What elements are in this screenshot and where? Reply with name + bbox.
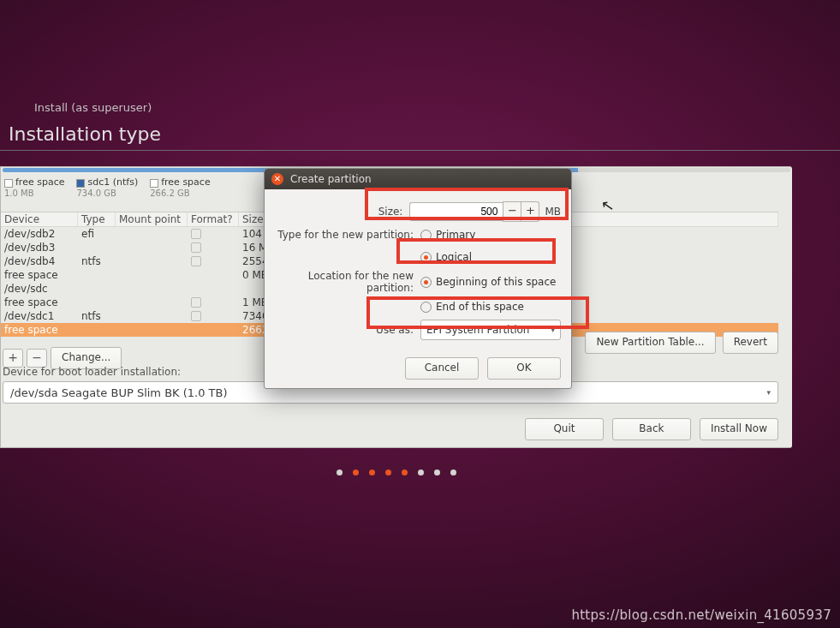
- size-input[interactable]: [409, 202, 503, 221]
- boot-loader-label: Device for boot loader installation:: [3, 366, 181, 378]
- revert-button[interactable]: Revert: [723, 332, 778, 354]
- partition-location-label: Location for the new partition:: [275, 270, 420, 294]
- disk-legend-item: sdc1 (ntfs)734.0 GB: [73, 176, 146, 199]
- add-partition-button[interactable]: +: [3, 349, 23, 368]
- column-header[interactable]: Mount point: [116, 212, 188, 226]
- column-header[interactable]: Type: [78, 212, 116, 226]
- window-title: Install (as superuser): [0, 98, 160, 117]
- dialog-titlebar[interactable]: ✕ Create partition: [265, 169, 571, 189]
- progress-dot: [353, 470, 359, 475]
- progress-dot: [337, 470, 343, 475]
- cancel-button[interactable]: Cancel: [405, 357, 479, 380]
- column-header[interactable]: Format?: [188, 212, 239, 226]
- boot-loader-value: /dev/sda Seagate BUP Slim BK (1.0 TB): [10, 386, 228, 399]
- use-as-select[interactable]: EFI System Partition ▾: [420, 320, 561, 340]
- size-spinner: − + MB: [409, 201, 561, 222]
- heading-divider: [0, 150, 840, 151]
- progress-dot: [369, 470, 375, 475]
- remove-partition-button[interactable]: −: [27, 349, 47, 368]
- disk-legend-item: free space266.2 GB: [146, 176, 218, 199]
- location-beginning-radio[interactable]: Beginning of this space: [420, 276, 556, 288]
- install-now-button[interactable]: Install Now: [700, 418, 778, 440]
- close-icon[interactable]: ✕: [271, 173, 283, 185]
- progress-dot: [434, 470, 440, 475]
- use-as-value: EFI System Partition: [426, 324, 529, 336]
- size-unit: MB: [539, 206, 561, 218]
- dropdown-icon: ▾: [766, 388, 771, 397]
- size-decrement-button[interactable]: −: [503, 201, 521, 222]
- use-as-label: Use as:: [275, 324, 420, 336]
- dropdown-icon: ▾: [551, 326, 555, 334]
- ok-button[interactable]: OK: [487, 357, 561, 380]
- disk-legend-item: free space1.0 MB: [1, 176, 73, 199]
- progress-dot: [418, 470, 424, 475]
- progress-dots: [0, 465, 792, 478]
- type-logical-radio[interactable]: Logical: [420, 251, 472, 263]
- page-heading: Installation type: [0, 120, 170, 148]
- partition-type-label: Type for the new partition:: [275, 229, 420, 241]
- quit-button[interactable]: Quit: [525, 418, 604, 440]
- progress-dot: [450, 470, 456, 475]
- size-increment-button[interactable]: +: [521, 201, 539, 222]
- back-button[interactable]: Back: [612, 418, 691, 440]
- progress-dot: [385, 470, 391, 475]
- new-partition-table-button[interactable]: New Partition Table...: [585, 332, 715, 354]
- watermark-text: https://blog.csdn.net/weixin_41605937: [571, 607, 831, 623]
- footer-buttons: Quit Back Install Now: [525, 418, 778, 440]
- location-end-radio[interactable]: End of this space: [420, 301, 524, 313]
- table-right-toolbar: New Partition Table... Revert: [585, 332, 778, 354]
- create-partition-dialog: ✕ Create partition Size: − + MB Type for…: [264, 168, 572, 389]
- type-primary-radio[interactable]: Primary: [420, 229, 475, 241]
- dialog-title: Create partition: [290, 173, 372, 185]
- column-header[interactable]: Device: [1, 212, 78, 226]
- size-label: Size:: [275, 206, 409, 218]
- progress-dot: [402, 470, 408, 475]
